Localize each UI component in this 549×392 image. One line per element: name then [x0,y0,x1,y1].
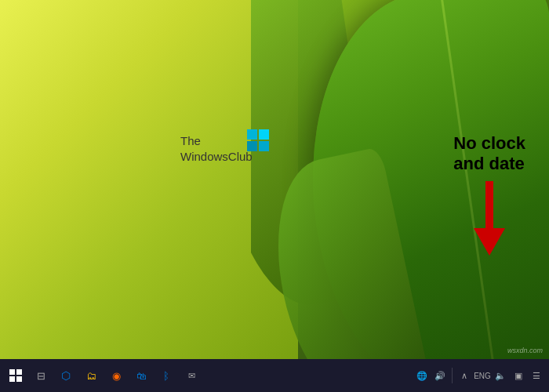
file-explorer-button[interactable]: 🗂 [80,365,102,387]
firefox-icon: ◉ [112,370,121,382]
network-icon: 🌐 [416,371,427,381]
win-sq-tl [247,129,257,140]
down-arrow-icon [470,181,509,260]
action-center-icon[interactable]: ☰ [529,365,544,387]
logo-text: The WindowsClub [180,134,253,163]
task-view-button[interactable]: ⊟ [30,365,52,387]
store-button[interactable]: 🛍 [130,365,152,387]
chevron-up-icon-symbol: ∧ [461,371,467,381]
edge-icon: ⬡ [61,369,71,382]
watermark: wsxdn.com [507,347,543,354]
speaker-icon: 🔊 [434,371,445,381]
display-icon: ▣ [514,371,522,381]
mail-icon: ✉ [188,371,195,381]
keyboard-tray-icon[interactable]: ENG [474,365,490,387]
taskbar: ⊟ ⬡ 🗂 ◉ 🛍 ᛒ ✉ [0,359,549,392]
speaker-tray-icon[interactable]: 🔊 [432,365,448,387]
desktop: The WindowsClub No clock and date wsxdn.… [0,0,549,392]
svg-marker-1 [474,228,505,256]
volume-icon: 🔈 [495,371,506,381]
volume-tray-icon[interactable]: 🔈 [493,365,508,387]
win-sq-bl [247,141,257,151]
windows-logo-small [247,129,269,151]
logo-line1: The [180,134,201,147]
keyboard-icon: ENG [474,372,491,380]
network-tray-icon[interactable]: 🌐 [414,365,430,387]
display-tray-icon[interactable]: ▣ [511,365,526,387]
windows-logo-icon [9,369,22,382]
annotation-line2: and date [453,154,524,173]
taskbar-left: ⊟ ⬡ 🗂 ◉ 🛍 ᛒ ✉ [5,365,202,387]
store-icon: 🛍 [136,370,147,382]
mail-button[interactable]: ✉ [180,365,202,387]
system-tray: 🌐 🔊 ∧ ENG 🔈 ▣ ☰ [414,365,544,387]
annotation-text: No clock and date [453,133,525,175]
file-explorer-icon: 🗂 [86,370,96,382]
annotation: No clock and date [453,133,525,260]
win-sq-br [259,141,269,151]
arrow-down-container [453,181,525,260]
chevron-up-icon[interactable]: ∧ [456,365,472,387]
start-button[interactable] [5,365,27,387]
win-sq-tr [259,129,269,140]
firefox-button[interactable]: ◉ [105,365,127,387]
edge-button[interactable]: ⬡ [55,365,77,387]
annotation-line1: No clock [453,133,525,153]
bluetooth-button[interactable]: ᛒ [155,365,177,387]
task-view-icon: ⊟ [37,370,45,382]
logo-line2: WindowsClub [180,150,253,163]
tray-divider [452,368,453,383]
action-center-icon-symbol: ☰ [533,371,540,381]
logo-area: The WindowsClub [180,133,253,164]
bluetooth-icon: ᛒ [163,370,169,382]
